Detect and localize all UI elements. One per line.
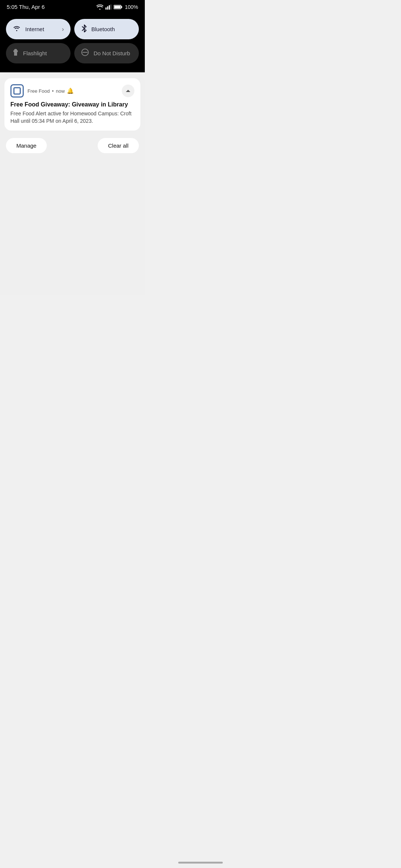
dnd-label: Do Not Disturb [94, 50, 132, 56]
internet-arrow-icon: › [62, 26, 64, 33]
notification-app-name: Free Food [27, 88, 50, 94]
notification-header-left: Free Food • now 🔔 [10, 84, 74, 98]
svg-rect-5 [114, 6, 121, 8]
battery-percent: 100% [125, 4, 138, 10]
quick-settings-grid: Internet › Bluetooth Flashlight [6, 19, 139, 63]
notification-body: Free Food Alert active for Homewood Camp… [10, 110, 134, 125]
status-bar: 5:05 Thu, Apr 6 100% [0, 0, 145, 13]
battery-icon [114, 4, 123, 10]
notification-meta: Free Food • now 🔔 [27, 88, 74, 94]
notification-time: now [56, 88, 65, 94]
flashlight-qs-icon [13, 48, 19, 58]
svg-rect-1 [107, 6, 108, 10]
qs-tile-dnd[interactable]: Do Not Disturb [74, 43, 139, 63]
qs-tile-flashlight[interactable]: Flashlight [6, 43, 71, 63]
wifi-qs-icon [13, 25, 21, 33]
quick-settings-panel: Internet › Bluetooth Flashlight [0, 13, 145, 72]
app-icon [10, 84, 24, 98]
svg-rect-3 [111, 4, 112, 10]
svg-rect-2 [109, 5, 110, 10]
svg-rect-0 [105, 7, 107, 10]
notification-title: Free Food Giveaway: Giveaway in Library [10, 101, 134, 108]
qs-tile-bluetooth[interactable]: Bluetooth [74, 19, 139, 39]
action-row: Manage Clear all [4, 135, 140, 156]
status-time: 5:05 Thu, Apr 6 [7, 4, 45, 10]
bluetooth-qs-icon [81, 24, 87, 34]
notifications-area: Free Food • now 🔔 Free Food Giveaway: Gi… [0, 72, 145, 295]
flashlight-label: Flashlight [23, 50, 64, 56]
wifi-icon [97, 4, 103, 10]
chevron-up-icon [125, 88, 131, 94]
internet-label: Internet [25, 26, 58, 32]
notification-header: Free Food • now 🔔 [10, 84, 134, 98]
svg-rect-7 [14, 50, 17, 51]
notification-bell-icon: 🔔 [67, 88, 74, 94]
clear-all-button[interactable]: Clear all [98, 138, 139, 153]
notification-card: Free Food • now 🔔 Free Food Giveaway: Gi… [4, 78, 140, 131]
app-icon-inner [13, 87, 21, 95]
manage-button[interactable]: Manage [6, 138, 47, 153]
qs-tile-internet[interactable]: Internet › [6, 19, 71, 39]
svg-rect-6 [121, 6, 123, 8]
notification-dot: • [52, 88, 54, 94]
bluetooth-label: Bluetooth [91, 26, 132, 32]
status-icons: 100% [97, 4, 138, 10]
notification-expand-button[interactable] [122, 85, 134, 97]
signal-icon [105, 4, 111, 10]
dnd-qs-icon [81, 48, 89, 58]
